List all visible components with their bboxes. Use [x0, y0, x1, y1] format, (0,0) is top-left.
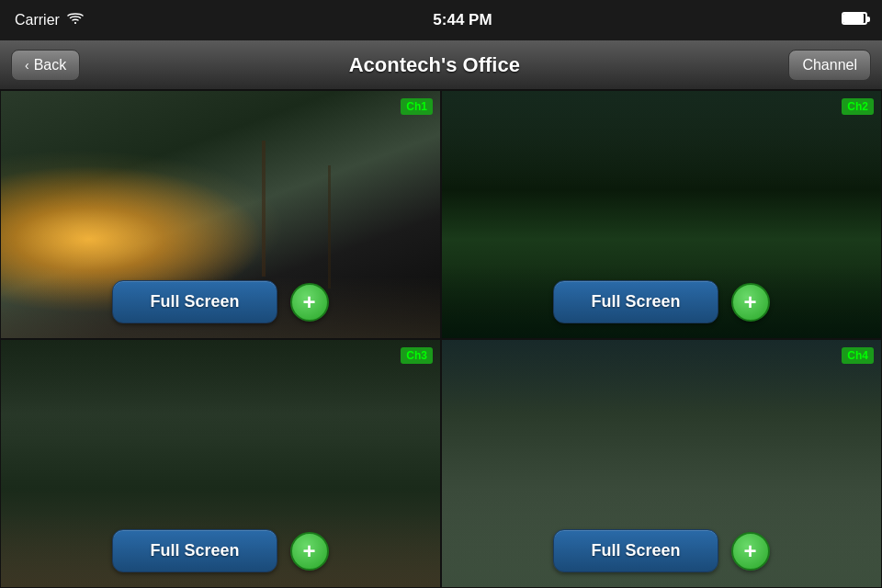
add-button-ch2[interactable]: + — [731, 283, 770, 322]
status-left: Carrier — [15, 12, 84, 28]
camera-cell-ch1: Ch1 Full Screen + — [0, 90, 441, 339]
camera-grid: Ch1 Full Screen + Ch2 Full Screen + Ch3 … — [0, 90, 882, 588]
add-button-ch3[interactable]: + — [290, 532, 329, 571]
fullscreen-button-ch2[interactable]: Full Screen — [553, 280, 718, 323]
chevron-left-icon: ‹ — [25, 58, 29, 73]
add-button-ch4[interactable]: + — [731, 532, 770, 571]
status-bar: Carrier 5:44 PM — [0, 0, 882, 40]
fullscreen-button-ch3[interactable]: Full Screen — [112, 529, 277, 572]
camera-controls-ch2: Full Screen + — [442, 280, 881, 323]
channel-badge-ch4: Ch4 — [842, 347, 874, 364]
camera-controls-ch1: Full Screen + — [1, 280, 440, 323]
back-button[interactable]: ‹ Back — [11, 50, 80, 81]
time-display: 5:44 PM — [433, 11, 492, 29]
camera-cell-ch2: Ch2 Full Screen + — [441, 90, 882, 339]
fullscreen-button-ch4[interactable]: Full Screen — [553, 529, 718, 572]
battery-icon — [842, 12, 867, 28]
page-title: Acontech's Office — [349, 53, 520, 77]
camera-cell-ch3: Ch3 Full Screen + — [0, 339, 441, 588]
channel-badge-ch1: Ch1 — [401, 98, 433, 115]
back-label: Back — [34, 57, 67, 74]
camera-controls-ch4: Full Screen + — [442, 529, 881, 572]
add-button-ch1[interactable]: + — [290, 283, 329, 322]
wifi-icon — [67, 12, 84, 28]
fullscreen-button-ch1[interactable]: Full Screen — [112, 280, 277, 323]
channel-label: Channel — [802, 57, 857, 74]
camera-cell-ch4: Ch4 Full Screen + — [441, 339, 882, 588]
carrier-label: Carrier — [15, 12, 60, 28]
channel-button[interactable]: Channel — [788, 50, 871, 81]
nav-bar: ‹ Back Acontech's Office Channel — [0, 40, 882, 90]
channel-badge-ch3: Ch3 — [401, 347, 433, 364]
channel-badge-ch2: Ch2 — [842, 98, 874, 115]
camera-controls-ch3: Full Screen + — [1, 529, 440, 572]
